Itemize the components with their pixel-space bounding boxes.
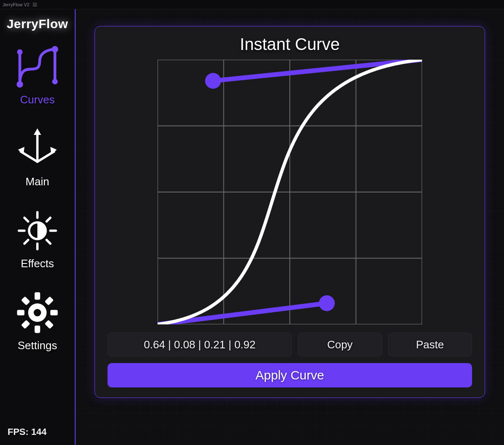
curve-card: Instant Curve <box>94 26 485 398</box>
svg-point-39 <box>205 73 221 89</box>
main-panel: Instant Curve <box>76 9 504 445</box>
svg-line-38 <box>213 60 422 81</box>
svg-rect-26 <box>21 320 30 329</box>
sidebar-item-curves[interactable]: Curves <box>14 44 60 106</box>
fps-value: 144 <box>31 427 47 437</box>
paste-button[interactable]: Paste <box>388 333 472 356</box>
window-title: JerryFlow V2 <box>3 2 29 7</box>
curve-value-row: 0.64 | 0.08 | 0.21 | 0.92 Copy Paste <box>108 333 472 356</box>
svg-rect-21 <box>34 292 40 300</box>
svg-marker-11 <box>50 147 57 155</box>
svg-point-5 <box>52 79 58 84</box>
sidebar-item-label: Effects <box>21 257 54 270</box>
svg-line-36 <box>158 303 327 324</box>
sidebar-nav: Curves Main <box>0 44 75 352</box>
svg-line-18 <box>47 240 50 244</box>
svg-marker-7 <box>34 129 41 135</box>
gear-icon <box>14 290 60 336</box>
svg-line-19 <box>47 218 50 221</box>
app-logo: JerryFlow <box>7 17 68 31</box>
svg-rect-25 <box>45 296 54 305</box>
svg-rect-23 <box>17 310 25 315</box>
titlebar: JerryFlow V2 <box>0 0 504 9</box>
curve-values-display[interactable]: 0.64 | 0.08 | 0.21 | 0.92 <box>108 333 292 356</box>
fps-label: FPS: <box>8 427 29 437</box>
panel-title: Instant Curve <box>108 35 472 54</box>
copy-button[interactable]: Copy <box>298 333 382 356</box>
svg-line-17 <box>24 218 28 221</box>
svg-line-20 <box>24 240 28 244</box>
sidebar-item-effects[interactable]: Effects <box>14 208 60 270</box>
app-body: JerryFlow Curves <box>0 9 504 445</box>
svg-point-4 <box>17 49 23 55</box>
sidebar-item-label: Settings <box>18 339 57 352</box>
axis-icon <box>14 126 60 172</box>
svg-marker-9 <box>18 147 24 155</box>
sidebar: JerryFlow Curves <box>0 9 76 445</box>
svg-rect-22 <box>34 326 40 333</box>
sidebar-item-label: Main <box>26 175 49 188</box>
svg-rect-27 <box>21 296 30 305</box>
svg-rect-24 <box>50 310 58 315</box>
curve-icon <box>14 44 60 90</box>
sidebar-item-settings[interactable]: Settings <box>14 290 60 352</box>
svg-point-37 <box>319 295 335 311</box>
curve-editor[interactable] <box>158 60 422 324</box>
apply-curve-button[interactable]: Apply Curve <box>108 363 472 387</box>
sidebar-item-label: Curves <box>20 93 55 106</box>
brightness-icon <box>14 208 60 254</box>
fps-counter: FPS: 144 <box>0 427 47 441</box>
menu-icon[interactable] <box>33 3 37 6</box>
sidebar-item-main[interactable]: Main <box>14 126 60 188</box>
svg-rect-28 <box>45 320 54 329</box>
